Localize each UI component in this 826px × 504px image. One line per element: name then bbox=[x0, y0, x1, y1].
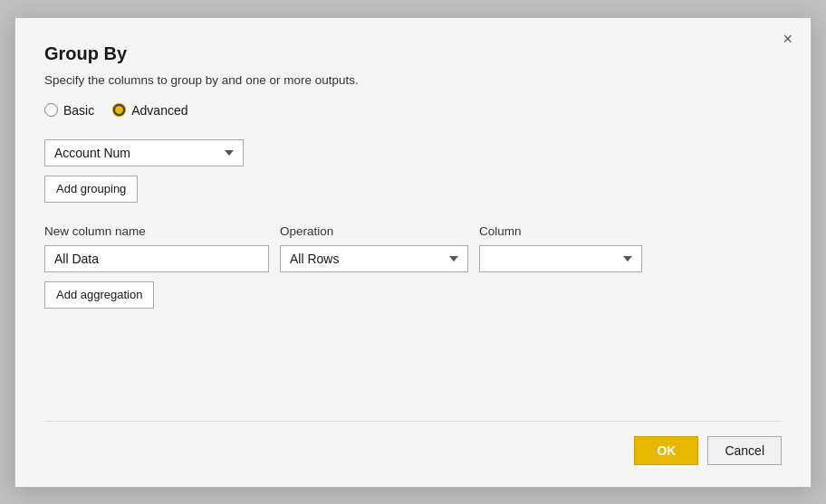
radio-basic-label[interactable]: Basic bbox=[44, 103, 94, 118]
radio-basic[interactable] bbox=[44, 103, 58, 117]
dialog-footer: OK Cancel bbox=[44, 421, 782, 465]
dialog-title: Group By bbox=[44, 43, 782, 64]
operation-dropdown[interactable]: All Rows Sum Average Minimum Maximum Cou… bbox=[280, 245, 468, 272]
operation-label: Operation bbox=[280, 224, 479, 238]
dialog-subtitle: Specify the columns to group by and one … bbox=[44, 73, 782, 87]
column-dropdown[interactable]: Account Num Account Region Date bbox=[479, 245, 642, 272]
mode-radio-group: Basic Advanced bbox=[44, 103, 782, 118]
account-num-dropdown[interactable]: Account Num Account Region Date bbox=[44, 139, 244, 166]
radio-advanced-label[interactable]: Advanced bbox=[112, 103, 187, 118]
ok-button[interactable]: OK bbox=[634, 436, 698, 465]
aggregation-row: All Rows Sum Average Minimum Maximum Cou… bbox=[44, 245, 782, 272]
add-grouping-button[interactable]: Add grouping bbox=[44, 176, 138, 203]
radio-advanced[interactable] bbox=[112, 103, 126, 117]
radio-basic-text: Basic bbox=[63, 103, 94, 118]
new-column-name-label: New column name bbox=[44, 224, 280, 238]
aggregation-section: New column name Operation Column All Row… bbox=[44, 224, 782, 309]
grouping-section: Account Num Account Region Date Add grou… bbox=[44, 139, 782, 203]
cancel-button[interactable]: Cancel bbox=[707, 436, 782, 465]
add-aggregation-button[interactable]: Add aggregation bbox=[44, 281, 154, 309]
group-by-dialog: × Group By Specify the columns to group … bbox=[14, 17, 812, 488]
aggregation-header: New column name Operation Column bbox=[44, 224, 782, 238]
column-label: Column bbox=[479, 224, 782, 238]
grouping-dropdown-row: Account Num Account Region Date bbox=[44, 139, 782, 166]
new-column-name-input[interactable] bbox=[44, 245, 269, 272]
close-button[interactable]: × bbox=[777, 29, 798, 49]
radio-advanced-text: Advanced bbox=[131, 103, 187, 118]
